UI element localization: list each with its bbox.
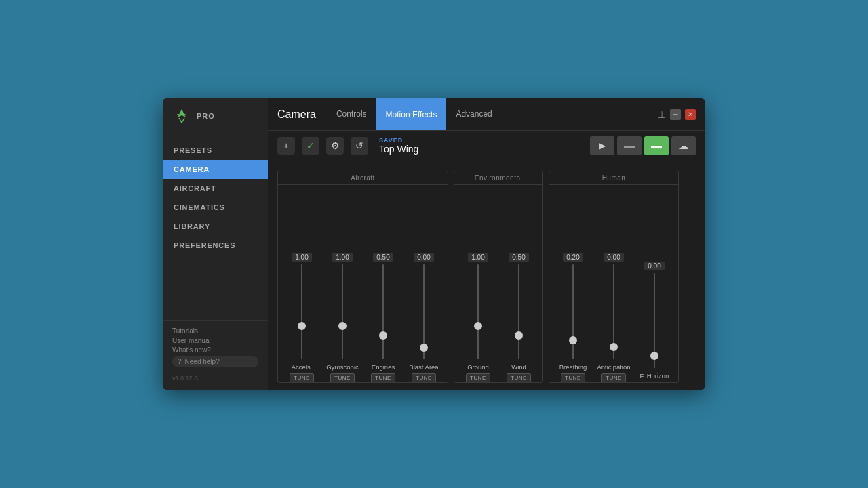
- slider-thumb-gyroscopic[interactable]: [338, 322, 347, 330]
- track-line-ground: [477, 264, 479, 359]
- slider-value-gyroscopic: 1.00: [332, 253, 352, 262]
- tune-button-engines[interactable]: TUNE: [371, 373, 395, 382]
- slider-name-engines: Engines: [372, 363, 395, 371]
- pro-badge: PRO: [197, 112, 215, 120]
- titlebar: Camera Controls Motion Effects Advanced …: [268, 98, 705, 131]
- preset-info: SAVED Top Wing: [379, 137, 418, 155]
- tune-button-accels[interactable]: TUNE: [290, 373, 314, 382]
- minimize-button[interactable]: ─: [670, 109, 681, 120]
- slider-track-accels[interactable]: [296, 264, 307, 359]
- slider-col-breathing: 0.20BreathingTUNE: [555, 253, 591, 382]
- tune-button-anticipation[interactable]: TUNE: [601, 373, 626, 382]
- slider-col-anticipation: 0.00AnticipationTUNE: [595, 253, 632, 382]
- track-line-accels: [301, 264, 302, 359]
- slider-value-blast-area: 0.00: [414, 253, 433, 262]
- track-line-engines: [382, 264, 384, 359]
- section-human: Human0.20BreathingTUNE0.00AnticipationTU…: [549, 171, 679, 383]
- section-label-environmental: Environmental: [454, 171, 542, 185]
- view-cloud-button[interactable]: ☁: [671, 136, 696, 155]
- close-button[interactable]: ✕: [685, 109, 696, 120]
- slider-value-accels: 1.00: [292, 253, 311, 262]
- airplane-icon: [172, 106, 191, 125]
- sliders-row-aircraft: 1.00Accels.TUNE1.00GyroscopicTUNE0.50Eng…: [278, 185, 448, 382]
- slider-name-wind: Wind: [511, 363, 526, 371]
- slider-thumb-blast-area[interactable]: [420, 344, 428, 352]
- slider-name-ground: Ground: [467, 363, 489, 371]
- slider-value-wind: 0.50: [509, 253, 528, 262]
- track-line-breathing: [572, 264, 574, 359]
- sidebar-logo: PRO: [163, 98, 268, 134]
- slider-col-accels: 1.00Accels.TUNE: [283, 253, 320, 382]
- sidebar-item-preferences[interactable]: PREFERENCES: [163, 236, 268, 255]
- tune-button-breathing[interactable]: TUNE: [561, 373, 585, 382]
- track-line-wind: [518, 264, 519, 359]
- help-icon: ?: [178, 358, 182, 365]
- slider-name-breathing: Breathing: [559, 363, 587, 371]
- tune-button-gyroscopic[interactable]: TUNE: [330, 373, 355, 382]
- section-label-aircraft: Aircraft: [278, 171, 448, 185]
- add-button[interactable]: +: [277, 137, 295, 155]
- tab-advanced[interactable]: Advanced: [446, 98, 501, 130]
- section-aircraft: Aircraft1.00Accels.TUNE1.00GyroscopicTUN…: [277, 171, 448, 383]
- tab-controls[interactable]: Controls: [327, 98, 376, 130]
- slider-col-engines: 0.50EnginesTUNE: [365, 253, 401, 382]
- sidebar-item-presets[interactable]: PRESETS: [163, 141, 268, 160]
- slider-track-ground[interactable]: [473, 264, 484, 359]
- slider-value-ground: 1.00: [468, 253, 488, 262]
- saved-label: SAVED: [379, 137, 418, 144]
- slider-track-engines[interactable]: [378, 264, 389, 359]
- slider-track-f-horizon[interactable]: [649, 273, 660, 368]
- view-list-button[interactable]: ▬▬: [617, 136, 642, 155]
- window-controls: ⊥ ─ ✕: [658, 109, 696, 120]
- slider-thumb-ground[interactable]: [474, 322, 482, 330]
- slider-name-blast-area: Blast Area: [409, 363, 438, 371]
- slider-thumb-anticipation[interactable]: [610, 343, 618, 351]
- user-manual-link[interactable]: User manual: [172, 337, 258, 344]
- slider-track-gyroscopic[interactable]: [337, 264, 348, 359]
- reset-button[interactable]: ↺: [351, 137, 368, 155]
- slider-track-wind[interactable]: [513, 264, 524, 359]
- view-grid-button[interactable]: ▬▬: [644, 136, 669, 155]
- slider-value-f-horizon: 0.00: [644, 262, 664, 270]
- check-button[interactable]: ✓: [302, 137, 319, 155]
- slider-name-f-horizon: F. Horizon: [640, 372, 669, 380]
- slider-name-anticipation: Anticipation: [597, 363, 630, 371]
- slider-thumb-wind[interactable]: [515, 331, 523, 340]
- slider-value-anticipation: 0.00: [604, 253, 623, 262]
- tune-button-blast-area[interactable]: TUNE: [412, 373, 436, 382]
- slider-thumb-breathing[interactable]: [569, 336, 577, 344]
- sidebar-footer: Tutorials User manual What's new? ? Need…: [163, 320, 268, 390]
- slider-thumb-f-horizon[interactable]: [650, 352, 658, 360]
- view-buttons: ▶ ▬▬ ▬▬ ☁: [590, 136, 696, 155]
- sidebar-item-aircraft[interactable]: AIRCRAFT: [163, 179, 268, 198]
- slider-col-wind: 0.50WindTUNE: [500, 253, 537, 382]
- tab-motion-effects[interactable]: Motion Effects: [376, 98, 447, 130]
- tune-button-wind[interactable]: TUNE: [507, 373, 531, 382]
- slider-thumb-accels[interactable]: [298, 322, 306, 330]
- slider-track-breathing[interactable]: [568, 264, 578, 359]
- slider-name-accels: Accels.: [292, 363, 313, 371]
- settings-button[interactable]: ⚙: [326, 137, 344, 155]
- sidebar-item-library[interactable]: LIBRARY: [163, 217, 268, 236]
- need-help-button[interactable]: ? Need help?: [172, 356, 258, 367]
- sliders-row-human: 0.20BreathingTUNE0.00AnticipationTUNE0.0…: [549, 185, 678, 382]
- sidebar-nav: PRESETSCAMERAAIRCRAFTCINEMATICSLIBRARYPR…: [163, 134, 268, 320]
- sidebar-item-camera[interactable]: CAMERA: [163, 160, 268, 179]
- tutorials-link[interactable]: Tutorials: [172, 327, 258, 335]
- tune-button-ground[interactable]: TUNE: [466, 373, 490, 382]
- sidebar-item-cinematics[interactable]: CINEMATICS: [163, 198, 268, 217]
- whats-new-link[interactable]: What's new?: [172, 346, 258, 354]
- section-environmental: Environmental1.00GroundTUNE0.50WindTUNE: [454, 171, 543, 383]
- slider-track-blast-area[interactable]: [418, 264, 429, 359]
- sliders-section: Aircraft1.00Accels.TUNE1.00GyroscopicTUN…: [277, 171, 696, 383]
- main-panel: Camera Controls Motion Effects Advanced …: [268, 98, 705, 390]
- sliders-row-environmental: 1.00GroundTUNE0.50WindTUNE: [454, 185, 542, 382]
- section-label-human: Human: [549, 171, 678, 185]
- slider-track-anticipation[interactable]: [608, 264, 619, 359]
- page-title: Camera: [277, 108, 316, 121]
- toolbar: + ✓ ⚙ ↺ SAVED Top Wing ▶ ▬▬ ▬▬ ☁: [268, 131, 705, 161]
- slider-thumb-engines[interactable]: [379, 331, 387, 340]
- slider-col-blast-area: 0.00Blast AreaTUNE: [406, 253, 442, 382]
- play-button[interactable]: ▶: [590, 136, 614, 155]
- track-line-gyroscopic: [342, 264, 343, 359]
